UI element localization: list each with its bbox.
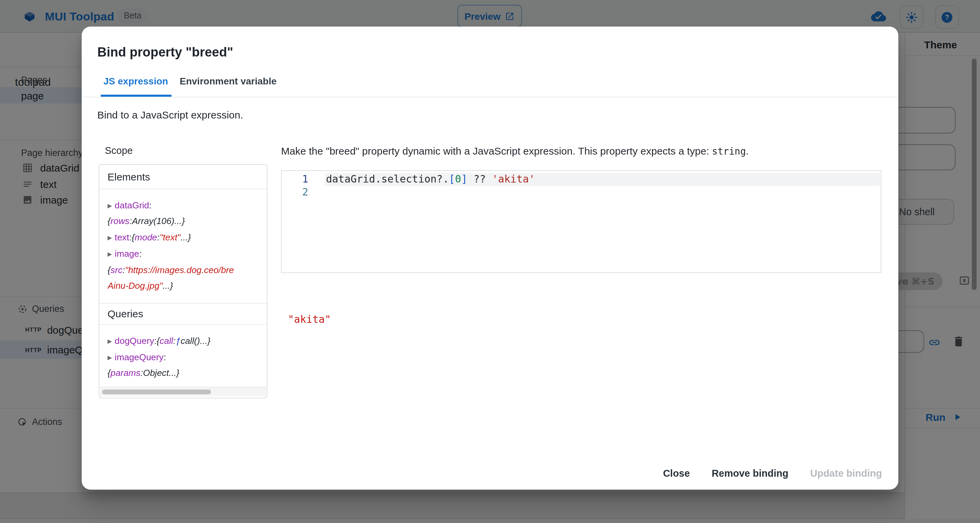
binding-description: Make the "breed" property dynamic with a… xyxy=(281,145,749,156)
tab-js-expression[interactable]: JS expression xyxy=(103,76,168,86)
scope-node-datagrid[interactable]: ▶dataGrid: xyxy=(108,198,263,213)
line-number: 1 xyxy=(282,173,308,186)
scope-section-title: Elements xyxy=(108,171,150,182)
scope-node-imagequery[interactable]: ▶imageQuery: xyxy=(108,349,263,365)
bind-property-dialog: Bind property "breed" JS expression Envi… xyxy=(82,27,898,490)
close-button[interactable]: Close xyxy=(657,464,695,483)
code-line-1[interactable]: dataGrid.selection?.[0] ?? 'akita' xyxy=(326,173,535,186)
scope-section-title: Queries xyxy=(108,308,143,319)
line-number: 2 xyxy=(282,186,308,199)
scope-node-datagrid-preview: {rows: Array(106)...} xyxy=(108,213,263,229)
dialog-actions: Close Remove binding Update binding xyxy=(657,464,888,483)
dialog-subtitle: Bind to a JavaScript expression. xyxy=(97,109,243,121)
scrollbar-thumb[interactable] xyxy=(102,389,211,394)
scope-node-imagequery-preview: {params: Object...} xyxy=(108,365,263,381)
evaluation-result: "akita" xyxy=(288,313,331,325)
js-expression-editor[interactable]: 1 2 dataGrid.selection?.[0] ?? 'akita' xyxy=(281,170,881,273)
tab-environment-variable[interactable]: Environment variable xyxy=(180,76,277,86)
scope-label: Scope xyxy=(105,145,133,156)
scope-horizontal-scrollbar[interactable] xyxy=(100,387,266,396)
scope-node-dogquery[interactable]: ▶dogQuery: {call: ƒ call()...} xyxy=(108,333,263,349)
scope-node-text[interactable]: ▶text: {mode: "text"...} xyxy=(108,230,263,245)
dialog-title: Bind property "breed" xyxy=(97,45,233,60)
update-binding-button[interactable]: Update binding xyxy=(805,464,888,483)
active-tab-indicator xyxy=(101,95,172,96)
scope-node-image-preview-2: Ainu-Dog.jpg"...} xyxy=(108,278,263,293)
app-viewport: MUI Toolpad Beta Preview ? toolpad Pages xyxy=(0,0,980,523)
remove-binding-button[interactable]: Remove binding xyxy=(706,464,794,483)
scope-explorer: Elements ▶dataGrid: {rows: Array(106)...… xyxy=(99,164,267,399)
scope-node-image-preview: {src: "https://images.dog.ceo/bre xyxy=(108,262,263,278)
scope-node-image[interactable]: ▶image: xyxy=(108,246,263,262)
